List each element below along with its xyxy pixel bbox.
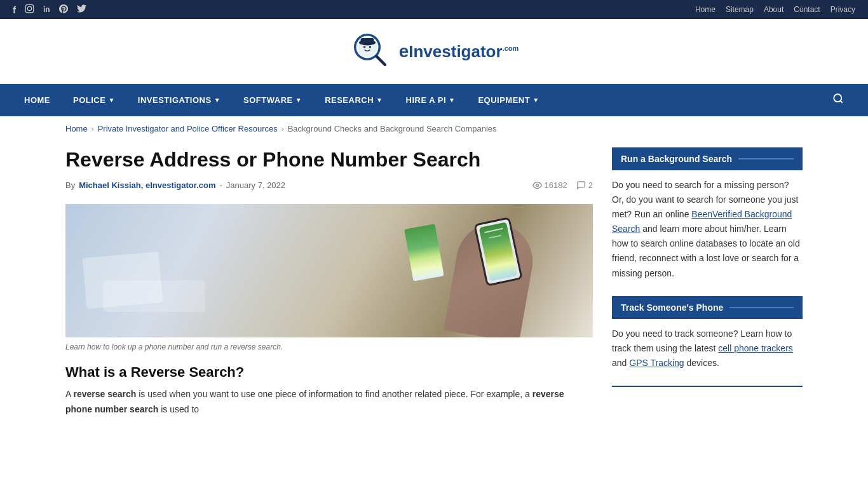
cell-phone-trackers-link[interactable]: cell phone trackers <box>718 343 793 353</box>
svg-point-12 <box>536 184 538 187</box>
views-stat: 16182 <box>532 180 567 190</box>
article-intro: A reverse search is used when you want t… <box>65 387 593 417</box>
search-icon[interactable] <box>821 84 855 116</box>
linkedin-icon[interactable]: in <box>43 5 50 14</box>
pinterest-icon[interactable] <box>59 4 68 15</box>
gps-tracking-link[interactable]: GPS Tracking <box>629 358 684 368</box>
software-dropdown-arrow: ▼ <box>295 97 302 104</box>
top-nav: Home Sitemap About Contact Privacy <box>695 5 855 14</box>
top-nav-home[interactable]: Home <box>695 5 715 14</box>
svg-rect-6 <box>360 38 374 44</box>
sidebar-divider <box>612 386 803 387</box>
image-caption: Learn how to look up a phone number and … <box>65 342 593 351</box>
breadcrumb-sep-1: › <box>92 125 94 133</box>
hire-dropdown-arrow: ▼ <box>449 97 455 104</box>
top-nav-sitemap[interactable]: Sitemap <box>726 5 754 14</box>
nav-equipment[interactable]: EQUIPMENT ▼ <box>466 86 550 114</box>
author-link[interactable]: Michael Kissiah, eInvestigator.com <box>79 180 215 190</box>
breadcrumb: Home › Private Investigator and Police O… <box>65 116 803 141</box>
nav-research[interactable]: RESEARCH ▼ <box>313 86 394 114</box>
article-column: Reverse Address or Phone Number Search B… <box>65 147 593 417</box>
sidebar: Run a Background Search Do you need to s… <box>612 147 803 417</box>
svg-point-1 <box>27 6 31 10</box>
article-date: January 7, 2022 <box>226 180 285 190</box>
breadcrumb-home[interactable]: Home <box>65 124 88 133</box>
bold-reverse-search: reverse search <box>73 389 136 399</box>
investigations-dropdown-arrow: ▼ <box>214 97 220 104</box>
nav-software[interactable]: SOFTWARE ▼ <box>232 86 313 114</box>
track-phone-widget: Track Someone's Phone Do you need to tra… <box>612 296 803 370</box>
svg-point-7 <box>363 46 366 48</box>
police-dropdown-arrow: ▼ <box>108 97 114 104</box>
bold-reverse-phone: reverse phone number search <box>65 389 564 414</box>
article-meta: By Michael Kissiah, eInvestigator.com - … <box>65 180 593 195</box>
background-search-widget: Run a Background Search Do you need to s… <box>612 147 803 281</box>
svg-point-8 <box>369 46 371 48</box>
top-nav-about[interactable]: About <box>764 5 783 14</box>
logo-area: eInvestigator.com <box>0 19 868 84</box>
eye-icon <box>532 180 542 190</box>
svg-point-2 <box>31 6 32 6</box>
nav-hire-pi[interactable]: HIRE A PI ▼ <box>395 86 467 114</box>
comment-icon <box>576 180 586 190</box>
view-count: 16182 <box>545 180 567 190</box>
logo-container[interactable]: eInvestigator.com <box>349 29 519 74</box>
breadcrumb-resources[interactable]: Private Investigator and Police Officer … <box>98 124 278 133</box>
article-meta-right: 16182 2 <box>532 180 593 190</box>
top-bar: f in Home Sitemap About Contact Privacy <box>0 0 868 19</box>
article-title: Reverse Address or Phone Number Search <box>65 147 593 172</box>
svg-line-9 <box>377 57 385 65</box>
top-nav-privacy[interactable]: Privacy <box>831 5 855 14</box>
social-icons: f in <box>13 4 86 15</box>
article-image <box>65 204 593 337</box>
top-nav-contact[interactable]: Contact <box>794 5 820 14</box>
nav-investigations[interactable]: INVESTIGATIONS ▼ <box>126 86 232 114</box>
breadcrumb-sep-2: › <box>281 125 284 133</box>
background-search-text: Do you need to search for a missing pers… <box>612 178 803 281</box>
breadcrumb-current: Background Checks and Background Search … <box>288 124 497 133</box>
svg-rect-0 <box>25 4 34 13</box>
track-phone-text: Do you need to track someone? Learn how … <box>612 327 803 370</box>
comments-stat: 2 <box>576 180 593 190</box>
date-separator: - <box>219 180 222 190</box>
beenverified-link[interactable]: BeenVerified Background Search <box>612 209 792 234</box>
logo-icon <box>349 29 394 74</box>
svg-line-11 <box>840 100 842 102</box>
track-phone-title: Track Someone's Phone <box>612 296 803 319</box>
article-subtitle: What is a Reverse Search? <box>65 364 593 381</box>
main-nav: HOME POLICE ▼ INVESTIGATIONS ▼ SOFTWARE … <box>0 84 868 116</box>
by-label: By <box>65 180 75 190</box>
main-layout: Reverse Address or Phone Number Search B… <box>65 141 803 424</box>
facebook-icon[interactable]: f <box>13 4 16 15</box>
equipment-dropdown-arrow: ▼ <box>532 97 539 104</box>
article-meta-left: By Michael Kissiah, eInvestigator.com - … <box>65 180 285 190</box>
comment-count: 2 <box>588 180 593 190</box>
research-dropdown-arrow: ▼ <box>376 97 383 104</box>
background-search-title: Run a Background Search <box>612 147 803 170</box>
nav-police[interactable]: POLICE ▼ <box>62 86 126 114</box>
svg-point-10 <box>834 94 841 102</box>
logo-text: eInvestigator.com <box>399 43 519 60</box>
content-wrapper: Home › Private Investigator and Police O… <box>53 116 815 424</box>
twitter-icon[interactable] <box>77 4 86 15</box>
instagram-icon[interactable] <box>25 4 34 15</box>
nav-home[interactable]: HOME <box>13 86 62 114</box>
